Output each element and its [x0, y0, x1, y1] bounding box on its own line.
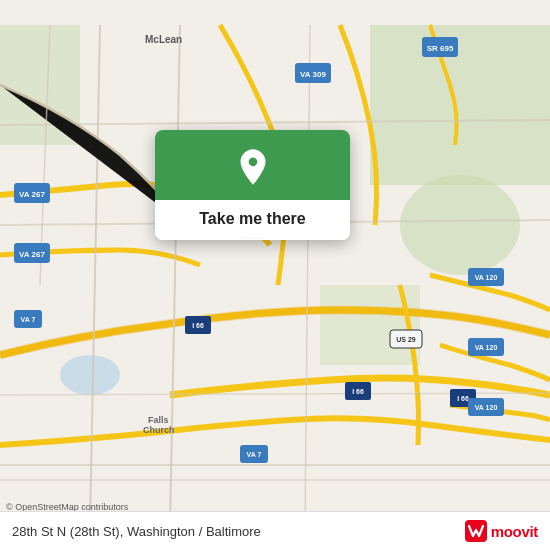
svg-text:Church: Church	[143, 425, 175, 435]
svg-text:VA 120: VA 120	[475, 344, 498, 351]
moovit-brand-text: moovit	[491, 523, 538, 540]
popup-card: Take me there	[155, 130, 350, 240]
svg-text:US 29: US 29	[396, 336, 416, 343]
svg-text:I 66: I 66	[352, 388, 364, 395]
svg-text:VA 267: VA 267	[19, 190, 45, 199]
svg-text:SR 695: SR 695	[427, 44, 454, 53]
svg-text:McLean: McLean	[145, 34, 182, 45]
svg-text:VA 7: VA 7	[247, 451, 262, 458]
address-label: 28th St N (28th St), Washington / Baltim…	[12, 524, 261, 539]
svg-text:I 66: I 66	[192, 322, 204, 329]
moovit-icon	[465, 520, 487, 542]
take-me-there-button[interactable]: Take me there	[155, 200, 350, 240]
svg-point-43	[248, 158, 257, 167]
svg-rect-0	[370, 25, 550, 185]
moovit-logo: moovit	[465, 520, 538, 542]
svg-text:VA 267: VA 267	[19, 250, 45, 259]
svg-line-6	[170, 25, 180, 525]
svg-line-11	[305, 25, 310, 525]
svg-text:VA 120: VA 120	[475, 404, 498, 411]
svg-point-2	[400, 175, 520, 275]
map-container: Falls Church McLean VA 267 VA 267 VA 309…	[0, 0, 550, 550]
bottom-bar: 28th St N (28th St), Washington / Baltim…	[0, 511, 550, 550]
svg-text:VA 7: VA 7	[21, 316, 36, 323]
popup-header	[155, 130, 350, 200]
svg-text:Falls: Falls	[148, 415, 169, 425]
svg-text:VA 309: VA 309	[300, 70, 326, 79]
location-pin-icon	[234, 148, 272, 186]
svg-text:VA 120: VA 120	[475, 274, 498, 281]
map-svg: Falls Church McLean VA 267 VA 267 VA 309…	[0, 0, 550, 550]
svg-point-4	[60, 355, 120, 395]
svg-line-5	[90, 25, 100, 525]
svg-text:I 66: I 66	[457, 395, 469, 402]
